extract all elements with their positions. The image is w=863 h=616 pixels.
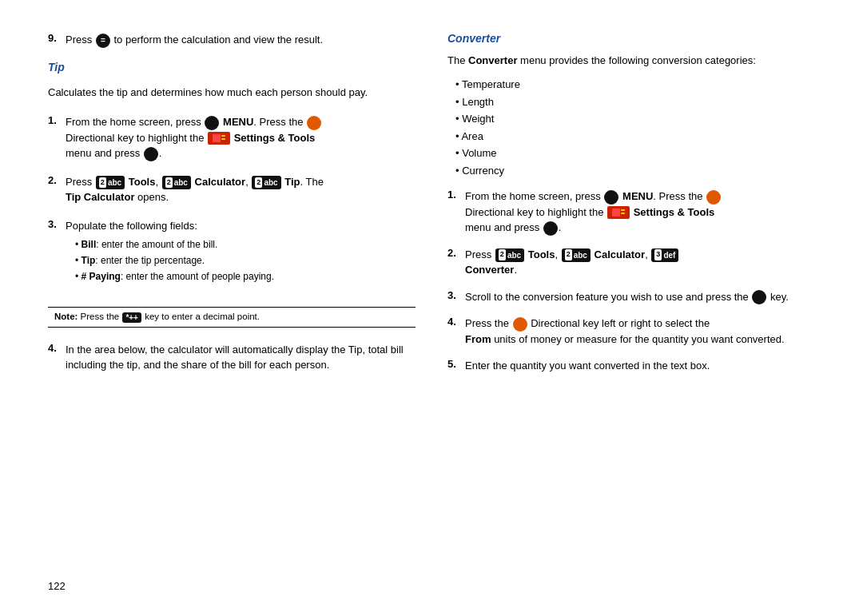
step-3-right: 3. Scroll to the conversion feature you … [447, 289, 815, 305]
step-1-right-num: 1. [447, 189, 460, 201]
menu-label-right-1: MENU [622, 190, 653, 202]
step-1-right-content: From the home screen, press MENU. Press … [465, 189, 815, 236]
step-2-right-num: 2. [447, 247, 460, 259]
svg-rect-6 [621, 209, 625, 211]
step-2-left-text3: opens. [137, 191, 169, 203]
calc-key-right: 2abc [562, 248, 591, 262]
tip-heading: Tip [48, 61, 416, 74]
converter-intro: The Converter menu provides the followin… [447, 54, 815, 66]
step-1-left-text4: menu and press [66, 147, 140, 159]
step-9-text-after: to perform the calculation and view the … [113, 34, 323, 46]
press-btn-left-1 [144, 147, 158, 161]
step-9-num: 9. [48, 32, 61, 44]
step-3-left: 3. Populate the following fields: Bill: … [48, 218, 416, 288]
tools-label-right: Tools [528, 248, 555, 260]
step-3-right-text: Scroll to the conversion feature you wis… [465, 291, 749, 303]
tools-key-right: 2abc [495, 248, 524, 262]
step-3-left-text: Populate the following fields: [66, 220, 197, 232]
step-3-right-num: 3. [447, 289, 460, 301]
converter-heading-wrap: Converter [447, 32, 815, 45]
settings-icon-right-1 [607, 206, 630, 219]
category-temperature: Temperature [455, 76, 815, 93]
note-label: Note: [54, 312, 78, 321]
intro-bold: Converter [468, 54, 517, 66]
page-number: 122 [48, 580, 66, 592]
step-2-left: 2. Press 2abc Tools, 2abc Calculator, 2a… [48, 174, 416, 205]
note-text: Press the [81, 312, 120, 321]
tip-heading-text: Tip [48, 61, 65, 74]
step-4-left: 4. In the area below, the calculator wil… [48, 342, 416, 373]
svg-rect-7 [621, 213, 625, 214]
intro-text-after: menu provides the following conversion c… [520, 54, 756, 66]
step-3-left-content: Populate the following fields: Bill: ent… [66, 218, 416, 288]
step-2-right-text: Press [465, 248, 491, 260]
settings-icon-left-1 [208, 132, 230, 145]
step-2-left-content: Press 2abc Tools, 2abc Calculator, 2abc … [66, 174, 416, 205]
categories-list: Temperature Length Weight Area Volume Cu… [447, 76, 815, 179]
step-5-right-num: 5. [447, 358, 460, 370]
tip-label-left: Tip [284, 176, 300, 188]
bullet-tip: Tip: enter the tip percentage. [75, 252, 416, 268]
tools-key-left: 2abc [96, 176, 125, 189]
svg-rect-2 [221, 135, 225, 137]
step-2-right: 2. Press 2abc Tools, 2abc Calculator, 3d… [447, 247, 815, 278]
settings-label-left-1: Settings & Tools [234, 132, 316, 144]
tip-calc-label: Tip Calculator [66, 191, 134, 203]
converter-label-right: Converter [465, 264, 514, 276]
step-1-right-text: From the home screen, press [465, 190, 601, 202]
tip-description: Calculates the tip and determines how mu… [48, 85, 416, 101]
step-4-right: 4. Press the Directional key left or rig… [447, 316, 815, 347]
category-volume: Volume [455, 145, 815, 162]
converter-heading: Converter [447, 32, 500, 45]
left-column: 9. Press = to perform the calculation an… [48, 32, 416, 584]
category-area: Area [455, 128, 815, 145]
step-2-left-text: Press [66, 176, 92, 188]
step-9-text-before: Press [66, 34, 92, 46]
step-3-left-num: 3. [48, 218, 61, 230]
svg-rect-3 [221, 138, 225, 140]
step-5-right-content: Enter the quantity you want converted in… [465, 358, 815, 374]
calc-key-left: 2abc [162, 176, 191, 189]
menu-button-right-1 [604, 190, 618, 205]
step-4-left-num: 4. [48, 342, 61, 354]
press-btn-right-1 [543, 221, 558, 236]
settings-label-right-1: Settings & Tools [634, 206, 715, 218]
orange-btn-left-1 [307, 116, 321, 130]
from-label-right: From [465, 333, 491, 345]
settings-svg-right-1 [610, 207, 626, 218]
orange-btn-right-1 [706, 190, 721, 205]
category-length: Length [455, 93, 815, 111]
step-1-left-num: 1. [48, 114, 61, 126]
note-text2: key to enter a decimal point. [145, 312, 260, 321]
calc-label-left: Calculator [195, 176, 246, 188]
note-box: Note: Press the *++ key to enter a decim… [48, 307, 416, 327]
category-currency: Currency [455, 162, 815, 180]
step-3-right-keylabel: key. [770, 291, 789, 303]
step-9: 9. Press = to perform the calculation an… [48, 32, 416, 48]
equals-button: = [96, 34, 110, 48]
step-2-right-content: Press 2abc Tools, 2abc Calculator, 3def … [465, 247, 815, 278]
bullet-bill: Bill: enter the amount of the bill. [75, 236, 416, 252]
step-1-left-text: From the home screen, press [66, 116, 201, 128]
intro-text-before: The [447, 54, 465, 66]
step-2-left-num: 2. [48, 174, 61, 186]
step-4-right-after: Directional key left or right to select … [531, 317, 710, 329]
svg-rect-1 [213, 134, 221, 142]
converter-key-right: 3def [651, 248, 678, 262]
step-3-right-content: Scroll to the conversion feature you wis… [465, 289, 815, 305]
decimal-key: *++ [122, 312, 141, 323]
svg-rect-5 [612, 209, 620, 217]
right-column: Converter The Converter menu provides th… [447, 32, 815, 584]
step-4-left-content: In the area below, the calculator will a… [66, 342, 416, 373]
step-4-right-before: Press the [465, 317, 509, 329]
tip-key-left: 2abc [252, 176, 280, 189]
step-1-left-text3: Directional key to highlight the [66, 132, 204, 144]
orange-btn-right-4 [513, 317, 527, 332]
press-btn-right-3 [752, 290, 766, 304]
step-4-right-num: 4. [447, 316, 460, 328]
step-3-bullets: Bill: enter the amount of the bill. Tip:… [66, 236, 416, 284]
step-1-right-text4: menu and press [465, 221, 539, 233]
tools-label-left: Tools [129, 176, 156, 188]
settings-svg-left-1 [211, 133, 227, 144]
step-1-left-text2: . Press the [253, 116, 303, 128]
